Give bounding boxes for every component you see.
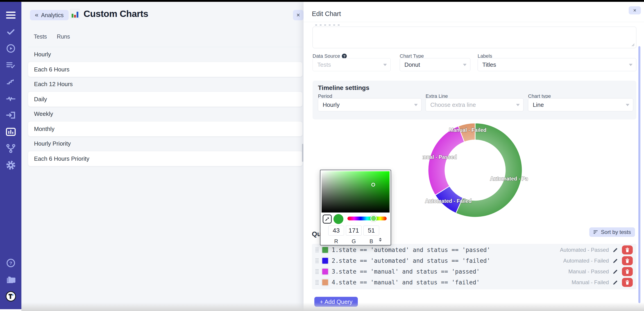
blue-label: B (364, 238, 379, 244)
settings-gear-icon[interactable] (0, 157, 22, 174)
list-item-hourly[interactable]: Hourly (28, 47, 302, 62)
edit-chart-title: Edit Chart (312, 10, 341, 18)
edit-query-button[interactable] (612, 247, 618, 253)
query-row: 1.state == 'automated' and status == 'pa… (312, 244, 636, 255)
donut-chart: Automated - PassedAutomated - FailedManu… (422, 117, 528, 223)
period-select[interactable]: Hourly (318, 98, 422, 111)
data-source-help-icon[interactable]: ? (342, 54, 347, 59)
query-color-swatch[interactable] (321, 278, 329, 286)
drag-handle-icon[interactable] (315, 247, 319, 253)
chevron-down-icon (516, 104, 520, 106)
query-row: 2.state == 'automated' and status == 'fa… (312, 255, 636, 266)
left-panel-scrollbar[interactable] (302, 144, 303, 162)
edit-query-button[interactable] (612, 279, 618, 285)
test-list-icon[interactable] (0, 57, 22, 74)
drag-handle-icon[interactable] (315, 279, 319, 285)
hue-slider[interactable] (348, 217, 387, 220)
saturation-value-area[interactable] (322, 171, 390, 212)
delete-query-button[interactable] (622, 278, 633, 287)
donut-slice-label: Manual - Failed (449, 127, 486, 133)
query-color-swatch[interactable] (321, 246, 329, 254)
blue-input[interactable] (364, 226, 379, 235)
red-input[interactable] (328, 226, 344, 235)
check-icon[interactable] (0, 24, 22, 40)
green-label: G (346, 238, 362, 244)
delete-query-button[interactable] (622, 267, 633, 276)
help-icon[interactable]: ? (0, 255, 22, 271)
list-item-daily[interactable]: Daily (28, 92, 302, 107)
eyedropper-button[interactable] (323, 214, 332, 224)
page-title-wrap: Custom Charts (70, 9, 148, 19)
trash-icon (625, 280, 630, 285)
close-x-icon: × (633, 7, 636, 14)
resize-grip-icon[interactable] (631, 43, 635, 47)
hue-slider-handle[interactable] (370, 215, 377, 221)
query-row: 4.state == 'manual' and status == 'faile… (312, 277, 636, 288)
timeline-chart-type-select[interactable]: Line (528, 98, 633, 111)
panel-close-button[interactable]: × (293, 10, 304, 20)
pulse-icon[interactable] (0, 90, 22, 107)
sign-in-icon[interactable] (0, 107, 22, 124)
red-label: R (328, 238, 344, 244)
add-query-button[interactable]: + Add Query (314, 297, 358, 307)
sort-by-tests-button[interactable]: Sort by tests (589, 227, 635, 237)
app-sidebar: ? (0, 2, 22, 309)
chevron-down-icon (626, 104, 629, 106)
edit-query-button[interactable] (612, 269, 618, 274)
edit-query-button[interactable] (612, 258, 618, 264)
drag-handle-icon[interactable] (315, 258, 319, 264)
saved-charts-list: Hourly Each 6 Hours Each 12 Hours Daily … (28, 47, 302, 166)
tab-runs[interactable]: Runs (57, 33, 70, 44)
query-title: Manual - Failed (572, 279, 609, 285)
git-fork-icon[interactable] (0, 140, 22, 157)
list-item-each-12-hours[interactable]: Each 12 Hours (28, 77, 302, 92)
back-to-analytics-button[interactable]: « Analytics (30, 10, 69, 20)
docs-folder-icon[interactable] (0, 271, 22, 288)
app-logo[interactable] (0, 288, 22, 305)
close-x-icon: × (296, 12, 300, 19)
green-input[interactable] (346, 226, 362, 235)
query-color-swatch[interactable] (321, 268, 329, 275)
back-chevrons-icon: « (35, 12, 38, 18)
chevron-down-icon (383, 64, 387, 66)
delete-query-button[interactable] (622, 256, 633, 265)
color-mode-toggle[interactable] (379, 238, 382, 242)
bar-chart-icon[interactable] (0, 124, 22, 140)
data-source-select[interactable]: Tests (312, 58, 391, 71)
donut-slice-2[interactable] (428, 126, 464, 195)
menu-icon[interactable] (0, 7, 22, 24)
play-circle-icon[interactable] (0, 40, 22, 57)
saturation-cursor[interactable] (371, 183, 375, 187)
list-item-hourly-priority[interactable]: Hourly Priority (28, 136, 302, 151)
query-expression: 4.state == 'manual' and status == 'faile… (332, 279, 572, 286)
list-item-monthly[interactable]: Monthly (28, 121, 302, 136)
query-title: Automated - Failed (563, 258, 609, 264)
tab-tests[interactable]: Tests (34, 33, 47, 44)
list-item-each-6-hours[interactable]: Each 6 Hours (28, 62, 302, 77)
chart-description-textarea[interactable] (312, 27, 636, 48)
chart-type-select[interactable]: Donut (400, 58, 470, 71)
sort-icon (593, 230, 598, 234)
eyedropper-icon (325, 217, 330, 221)
header-divider (304, 22, 644, 22)
donut-slice-label: Manual - Passed (422, 154, 457, 160)
chevron-down-icon (414, 104, 418, 106)
edit-panel-scrollbar[interactable] (638, 46, 640, 303)
custom-charts-panel: « Analytics Custom Charts × Tests Runs H… (22, 2, 304, 311)
queries-list: 1.state == 'automated' and status == 'pa… (312, 244, 636, 289)
extra-line-select[interactable]: Choose extra line (426, 98, 524, 111)
edit-chart-close-button[interactable]: × (629, 6, 641, 15)
trash-icon (625, 247, 630, 252)
delete-query-button[interactable] (622, 245, 633, 254)
drag-handle-icon[interactable] (315, 269, 319, 274)
query-color-swatch[interactable] (321, 257, 329, 264)
steps-icon[interactable] (0, 74, 22, 90)
svg-text:?: ? (9, 260, 12, 266)
back-button-label: Analytics (41, 12, 64, 19)
labels-select[interactable]: Titles (478, 58, 636, 71)
page-title: Custom Charts (84, 9, 148, 19)
query-expression: 2.state == 'automated' and status == 'fa… (332, 257, 563, 264)
query-expression: 1.state == 'automated' and status == 'pa… (332, 246, 560, 253)
list-item-weekly[interactable]: Weekly (28, 107, 302, 121)
list-item-each-6-hours-priority[interactable]: Each 6 Hours Priority (28, 151, 302, 166)
